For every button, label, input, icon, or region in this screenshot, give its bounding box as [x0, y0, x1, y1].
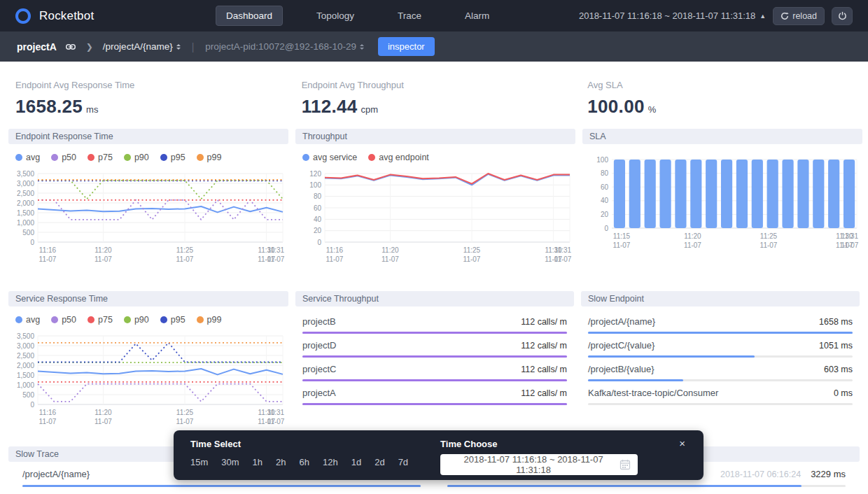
- legend-label: p90: [134, 153, 149, 162]
- legend-label: avg: [26, 315, 40, 325]
- svg-text:11-07: 11-07: [94, 255, 112, 263]
- time-option-2d[interactable]: 2d: [374, 457, 384, 467]
- metric-unit: cpm: [361, 104, 379, 115]
- reload-button[interactable]: reload: [773, 7, 825, 25]
- item-value: 1051 ms: [819, 341, 853, 351]
- legend-dot-icon: [160, 316, 167, 323]
- legend-item-p95[interactable]: p95: [160, 315, 186, 325]
- list-item[interactable]: projectD 112 calls/ m: [302, 340, 567, 358]
- legend-dot-icon: [88, 316, 94, 323]
- time-option-2h[interactable]: 2h: [276, 457, 286, 467]
- svg-text:11-07: 11-07: [267, 418, 285, 425]
- breadcrumb-chevron-icon: ❯: [86, 42, 93, 52]
- item-name: /projectC/{value}: [588, 340, 654, 351]
- svg-text:3,500: 3,500: [17, 170, 34, 178]
- time-option-1d[interactable]: 1d: [351, 457, 361, 467]
- progress-bar: [447, 485, 846, 487]
- svg-text:11:20: 11:20: [382, 246, 399, 254]
- svg-text:2,500: 2,500: [17, 352, 34, 360]
- svg-text:11:20: 11:20: [94, 246, 112, 254]
- list-item[interactable]: /projectC/{value} 1051 ms: [588, 340, 853, 358]
- legend-item-p50[interactable]: p50: [51, 153, 76, 162]
- list-item[interactable]: Kafka/test-trace-topic/Consumer 0 ms: [588, 388, 853, 405]
- metric-value: 112.44cpm: [302, 96, 567, 118]
- power-button[interactable]: [832, 7, 853, 25]
- time-choose-group: Time Choose 2018-11-07 11:16:18 ~ 2018-1…: [440, 439, 638, 475]
- list-item[interactable]: projectC 112 calls/ m: [302, 364, 567, 381]
- caret-up-icon[interactable]: ▲: [760, 13, 766, 20]
- item-value: 112 calls/ m: [521, 365, 567, 374]
- svg-text:3,000: 3,000: [17, 180, 34, 188]
- panel-title: Slow Endpoint: [581, 291, 860, 306]
- popup-inner: Time Select 15m30m1h2h6h12h1d2d7d Time C…: [190, 439, 687, 475]
- svg-text:11-07: 11-07: [176, 255, 194, 263]
- tab-dashboard[interactable]: Dashboard: [216, 6, 283, 26]
- time-range-input[interactable]: 2018-11-07 11:16:18 ~ 2018-11-07 11:31:1…: [440, 454, 638, 475]
- charts-row-1: Endpoint Response Time avgp50p75p90p95p9…: [8, 122, 860, 273]
- list-item[interactable]: /projectA/{name} 1658 ms: [588, 316, 853, 334]
- legend-item-p75[interactable]: p75: [88, 315, 113, 325]
- list-item[interactable]: projectB 112 calls/ m: [302, 316, 567, 334]
- legend-item-avg-endpoint[interactable]: avg endpoint: [368, 153, 429, 162]
- svg-text:11:16: 11:16: [39, 409, 57, 416]
- metric-label: Endpoint Avg Throughput: [302, 80, 567, 90]
- list-item[interactable]: projectA 112 calls/ m: [302, 388, 567, 405]
- legend-label: p99: [207, 315, 222, 325]
- svg-text:20: 20: [314, 227, 322, 234]
- time-choose-label: Time Choose: [440, 439, 638, 449]
- endpoint-selector[interactable]: /projectA/{name}: [103, 41, 181, 52]
- time-option-30m[interactable]: 30m: [221, 457, 239, 467]
- legend-item-avg-service[interactable]: avg service: [302, 153, 357, 162]
- svg-text:20: 20: [601, 211, 609, 218]
- svg-text:11:25: 11:25: [760, 232, 778, 240]
- tab-topology[interactable]: Topology: [307, 6, 364, 25]
- service-name[interactable]: projectA: [17, 41, 57, 52]
- svg-text:2,000: 2,000: [17, 362, 34, 369]
- navbar-right: 2018-11-07 11:16:18 ~ 2018-11-07 11:31:1…: [579, 7, 853, 25]
- svg-text:11:31: 11:31: [841, 232, 859, 240]
- item-value: 0 ms: [834, 388, 853, 398]
- legend: avgp50p75p90p95p99: [8, 144, 288, 165]
- close-icon[interactable]: ×: [679, 437, 685, 449]
- endpoint-selector-value: /projectA/{name}: [103, 41, 173, 52]
- slow-endpoint-list: /projectA/{name} 1658 ms /projectC/{valu…: [581, 306, 860, 405]
- legend-item-p90[interactable]: p90: [124, 153, 149, 162]
- panel-title: Endpoint Response Time: [8, 129, 288, 144]
- legend: avgp50p75p90p95p99: [8, 306, 288, 327]
- time-option-12h[interactable]: 12h: [323, 457, 338, 467]
- svg-text:80: 80: [314, 192, 322, 200]
- legend-item-p95[interactable]: p95: [160, 153, 186, 162]
- service-response-time-chart: 05001,0001,5002,0002,5003,0003,50011:161…: [8, 327, 288, 435]
- item-name: projectA: [302, 388, 336, 398]
- instance-selector[interactable]: projectA-pid:10072@192-168-10-29: [205, 41, 364, 52]
- panel-title: SLA: [582, 129, 862, 144]
- list-item[interactable]: /projectB/{value} 603 ms: [588, 364, 853, 381]
- legend-dot-icon: [15, 154, 22, 161]
- legend-item-p75[interactable]: p75: [88, 153, 113, 162]
- link-icon[interactable]: [65, 43, 76, 51]
- legend-item-p99[interactable]: p99: [197, 153, 222, 162]
- time-popup: × Time Select 15m30m1h2h6h12h1d2d7d Time…: [174, 430, 704, 480]
- time-option-15m[interactable]: 15m: [190, 457, 208, 467]
- svg-text:0: 0: [30, 239, 34, 246]
- sla-chart: 02040608010011:1511-0711:2011-0711:2511-…: [582, 144, 862, 259]
- tab-trace[interactable]: Trace: [388, 6, 431, 25]
- legend-item-p90[interactable]: p90: [124, 315, 149, 325]
- item-name: projectB: [302, 316, 336, 327]
- inspector-button[interactable]: inspector: [378, 37, 435, 56]
- time-range-display[interactable]: 2018-11-07 11:16:18 ~ 2018-11-07 11:31:1…: [579, 10, 755, 21]
- panel-title: Service Response Time: [8, 291, 288, 306]
- legend-item-p50[interactable]: p50: [51, 315, 76, 325]
- time-option-6h[interactable]: 6h: [300, 457, 309, 467]
- brand-name: Rocketbot: [39, 9, 94, 23]
- svg-text:1,500: 1,500: [17, 372, 34, 379]
- trace-timestamp: 2018-11-07 06:16:24: [720, 470, 801, 479]
- time-option-7d[interactable]: 7d: [398, 457, 408, 467]
- legend-item-avg[interactable]: avg: [15, 153, 40, 162]
- legend-item-p99[interactable]: p99: [197, 315, 222, 325]
- tab-alarm[interactable]: Alarm: [455, 6, 499, 25]
- time-option-1h[interactable]: 1h: [253, 457, 262, 467]
- svg-text:0: 0: [604, 225, 608, 232]
- svg-text:11:20: 11:20: [94, 409, 112, 416]
- legend-item-avg[interactable]: avg: [15, 315, 40, 325]
